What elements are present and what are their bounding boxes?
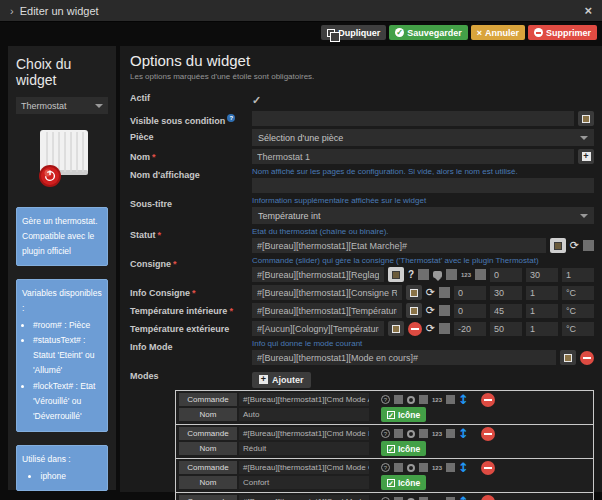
consigne-max-input[interactable] <box>526 268 558 282</box>
search-command-button[interactable] <box>578 111 594 126</box>
option-checkbox[interactable] <box>475 269 486 280</box>
field-row-sous-titre: Sous-titre Information supplémentaire af… <box>130 196 594 224</box>
refresh-icon[interactable]: ⟳ <box>426 287 435 298</box>
icone-button[interactable]: ✓ Icône <box>381 475 426 490</box>
option-checkbox[interactable] <box>394 395 403 404</box>
search-command-button[interactable] <box>406 285 422 300</box>
question-circle-icon[interactable]: ? <box>381 463 390 472</box>
option-checkbox[interactable] <box>419 463 428 472</box>
option-checkbox[interactable] <box>394 463 403 472</box>
option-checkbox[interactable] <box>419 429 428 438</box>
option-checkbox[interactable] <box>446 429 455 438</box>
temp-interieure-min-input[interactable] <box>454 304 486 318</box>
mode-nom-input[interactable]: Réduit <box>239 442 369 455</box>
info-consigne-step-input[interactable] <box>526 286 558 300</box>
gear-icon[interactable] <box>407 464 415 472</box>
refresh-icon[interactable]: ⟳ <box>570 240 579 251</box>
consigne-input[interactable] <box>252 267 384 282</box>
option-checkbox[interactable] <box>446 269 457 280</box>
icone-button[interactable]: ✓ Icône <box>381 407 426 422</box>
variable-item: #statusText# : Statut 'Eteint' ou 'Allum… <box>33 333 102 378</box>
visible-condition-input[interactable] <box>252 111 574 126</box>
delete-mode-icon[interactable] <box>481 461 495 475</box>
delete-mode-icon[interactable] <box>481 427 495 441</box>
message-icon[interactable] <box>433 271 442 278</box>
piece-select[interactable]: Sélection d'une pièce <box>252 129 594 146</box>
refresh-icon[interactable]: ⟳ <box>426 305 435 316</box>
search-command-button[interactable] <box>560 350 576 365</box>
search-command-button[interactable] <box>388 321 404 336</box>
search-command-button[interactable] <box>388 267 404 282</box>
reorder-handle-icon[interactable]: ↕ <box>458 495 469 500</box>
delete-mode-icon[interactable] <box>481 495 495 500</box>
nom-input[interactable] <box>252 149 574 164</box>
search-command-button[interactable] <box>550 238 566 253</box>
info-consigne-input[interactable] <box>252 285 402 300</box>
option-checkbox[interactable] <box>446 463 455 472</box>
save-button[interactable]: ✓ Sauvegarder <box>389 25 468 40</box>
remove-icon[interactable] <box>580 351 594 365</box>
mode-nom-input[interactable]: Auto <box>239 408 369 421</box>
temp-interieure-step-input[interactable] <box>526 304 558 318</box>
mode-commande-input[interactable]: #[Bureau][thermostat1][Cmd Mode Auto] <box>239 393 369 406</box>
mode-commande-input[interactable]: #[Bureau][thermostat1][Cmd Mode Rédui <box>239 427 369 440</box>
info-mode-input[interactable] <box>252 350 556 365</box>
sous-titre-label: Sous-titre <box>130 196 252 209</box>
option-checkbox[interactable] <box>418 269 429 280</box>
widget-type-select[interactable]: Thermostat <box>16 97 108 114</box>
option-checkbox[interactable] <box>419 395 428 404</box>
refresh-icon[interactable]: ⟳ <box>426 323 435 334</box>
statut-input[interactable] <box>252 238 546 253</box>
help-icon[interactable]: ? <box>227 114 235 122</box>
add-mode-button[interactable]: + Ajouter <box>252 372 311 388</box>
option-checkbox[interactable] <box>439 287 450 298</box>
gear-icon[interactable] <box>407 430 415 438</box>
numbers-icon[interactable]: 123 <box>461 272 471 278</box>
reorder-handle-icon[interactable]: ↕ <box>458 427 469 440</box>
temp-interieure-max-input[interactable] <box>490 304 522 318</box>
field-row-actif: Actif ✓ <box>130 90 594 108</box>
consigne-min-input[interactable] <box>490 268 522 282</box>
numbers-icon[interactable]: 123 <box>432 465 442 471</box>
question-circle-icon[interactable]: ? <box>381 395 390 404</box>
temp-exterieure-max-input[interactable] <box>490 322 522 336</box>
option-checkbox[interactable] <box>583 240 594 251</box>
nom-affichage-input[interactable] <box>252 178 594 193</box>
remove-icon[interactable] <box>408 322 422 336</box>
sous-titre-select[interactable]: Température int <box>252 207 594 224</box>
gear-icon[interactable] <box>407 396 415 404</box>
reorder-handle-icon[interactable]: ↕ <box>458 461 469 474</box>
question-icon[interactable]: ? <box>408 269 414 280</box>
icone-button[interactable]: ✓ Icône <box>381 441 426 456</box>
option-checkbox[interactable] <box>439 323 450 334</box>
temp-interieure-input[interactable] <box>252 303 402 318</box>
info-consigne-min-input[interactable] <box>454 286 486 300</box>
add-name-button[interactable]: + <box>578 149 594 164</box>
cancel-button[interactable]: × Annuler <box>471 25 525 40</box>
search-command-button[interactable] <box>406 303 422 318</box>
duplicate-button[interactable]: Dupliquer <box>321 25 386 40</box>
option-checkbox[interactable] <box>439 305 450 316</box>
used-in-item[interactable]: iphone <box>28 469 102 484</box>
info-consigne-unit-input[interactable] <box>562 286 594 300</box>
delete-button[interactable]: Supprimer <box>528 25 597 40</box>
temp-exterieure-unit-input[interactable] <box>562 322 594 336</box>
option-checkbox[interactable] <box>394 429 403 438</box>
mode-nom-input[interactable]: Confort <box>239 476 369 489</box>
temp-exterieure-step-input[interactable] <box>526 322 558 336</box>
consigne-step-input[interactable] <box>562 268 594 282</box>
delete-mode-icon[interactable] <box>481 393 495 407</box>
mode-commande-input[interactable]: #[Bureau][thermostat1][Cmd Mode Confc <box>239 461 369 474</box>
temp-interieure-unit-input[interactable] <box>562 304 594 318</box>
close-icon[interactable]: × <box>584 3 592 18</box>
numbers-icon[interactable]: 123 <box>432 397 442 403</box>
temp-exterieure-min-input[interactable] <box>454 322 486 336</box>
question-circle-icon[interactable]: ? <box>381 429 390 438</box>
mode-commande-input[interactable]: #[Bureau][thermostat1][Cmd Mode Arret] <box>239 495 369 500</box>
reorder-handle-icon[interactable]: ↕ <box>458 393 469 406</box>
info-consigne-max-input[interactable] <box>490 286 522 300</box>
numbers-icon[interactable]: 123 <box>432 431 442 437</box>
option-checkbox[interactable] <box>446 395 455 404</box>
temp-exterieure-input[interactable] <box>252 321 384 336</box>
actif-checkbox[interactable]: ✓ <box>252 94 261 106</box>
